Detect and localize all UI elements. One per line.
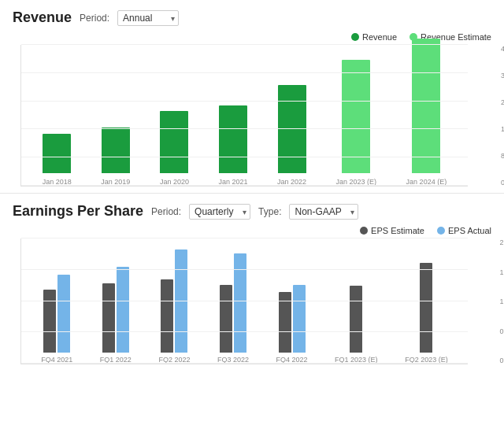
eps-type-label: Type: [258, 206, 281, 217]
revenue-bar-group: Jan 2023 (E) [336, 60, 377, 186]
revenue-y-label: 40B [501, 45, 504, 53]
eps-actual-bar [293, 285, 306, 353]
eps-bar-outer: FQ1 2023 (E) [335, 286, 378, 364]
revenue-bar-group: Jan 2018 [43, 134, 72, 186]
revenue-y-axis: 40B32B24B16B8B0 [501, 45, 504, 187]
eps-y-label: 2.00 [499, 238, 504, 246]
eps-bar-outer: FQ4 2021 [41, 275, 72, 364]
eps-bar-group [43, 275, 70, 353]
eps-actual-bar [117, 267, 129, 353]
revenue-bar [219, 105, 247, 173]
revenue-legend-actual: Revenue [351, 32, 397, 42]
eps-bar-group [350, 286, 362, 353]
revenue-y-label: 16B [501, 125, 504, 133]
revenue-bar [412, 39, 440, 173]
eps-bar-outer: FQ4 2022 [276, 285, 308, 364]
eps-actual-dot [437, 227, 445, 235]
eps-y-label: 1.00 [499, 298, 504, 305]
revenue-bar-group: Jan 2021 [218, 105, 247, 186]
eps-y-axis: 2.001.501.000.500.00 [499, 238, 504, 364]
revenue-title: Revenue [13, 9, 72, 26]
revenue-period-select[interactable]: Annual Quarterly [117, 10, 179, 26]
eps-chart: FQ4 2021FQ1 2022FQ2 2022FQ3 2022FQ4 2022… [20, 238, 468, 364]
eps-legend-estimate-label: EPS Estimate [371, 226, 424, 235]
eps-estimate-dot [360, 227, 368, 235]
eps-bar-outer: FQ1 2022 [100, 267, 132, 364]
eps-bar-group [102, 267, 129, 353]
eps-title: Earnings Per Share [13, 203, 143, 220]
revenue-bar [160, 111, 188, 173]
revenue-chart: Jan 2018Jan 2019Jan 2020Jan 2021Jan 2022… [20, 45, 468, 187]
eps-period-select-wrapper[interactable]: Quarterly Annual [189, 204, 250, 220]
eps-legend: EPS Estimate EPS Actual [13, 226, 491, 235]
revenue-period-select-wrapper[interactable]: Annual Quarterly [117, 10, 179, 26]
eps-type-select[interactable]: Non-GAAP GAAP [289, 204, 358, 220]
eps-header: Earnings Per Share Period: Quarterly Ann… [13, 203, 491, 220]
eps-legend-estimate: EPS Estimate [360, 226, 424, 235]
eps-legend-actual-label: EPS Actual [448, 226, 491, 235]
eps-period-select[interactable]: Quarterly Annual [189, 204, 250, 220]
eps-estimate-bar [220, 285, 232, 353]
revenue-y-label: 0 [501, 179, 504, 187]
eps-estimate-bar [420, 263, 432, 353]
eps-actual-bar [57, 275, 70, 353]
eps-y-label: 0.50 [499, 327, 504, 335]
revenue-y-label: 24B [501, 98, 504, 106]
eps-chart-area: FQ4 2021FQ1 2022FQ2 2022FQ3 2022FQ4 2022… [13, 238, 491, 364]
revenue-bar [102, 128, 130, 173]
eps-estimate-bar [102, 283, 115, 353]
revenue-section: Revenue Period: Annual Quarterly Revenue… [0, 0, 504, 194]
revenue-y-label: 8B [501, 152, 504, 160]
eps-bar-outer: FQ2 2023 (E) [405, 263, 448, 364]
eps-bar-outer: FQ2 2022 [158, 249, 190, 364]
eps-y-label: 0.00 [499, 357, 504, 364]
revenue-chart-area: Jan 2018Jan 2019Jan 2020Jan 2021Jan 2022… [13, 45, 491, 187]
eps-estimate-bar [43, 290, 56, 353]
eps-actual-bar [234, 253, 246, 353]
eps-legend-actual: EPS Actual [437, 226, 491, 235]
revenue-dot [351, 33, 359, 41]
eps-period-label: Period: [151, 206, 181, 217]
revenue-header: Revenue Period: Annual Quarterly [13, 9, 491, 26]
eps-estimate-bar [350, 286, 362, 353]
revenue-period-label: Period: [80, 13, 109, 24]
revenue-bar-group: Jan 2020 [160, 111, 189, 186]
eps-bar-group [420, 263, 432, 353]
eps-bar-group [220, 253, 246, 353]
eps-estimate-bar [279, 292, 291, 353]
revenue-bar [43, 134, 71, 173]
revenue-legend-actual-label: Revenue [362, 32, 397, 42]
eps-estimate-bar [161, 279, 173, 353]
revenue-y-label: 32B [501, 72, 504, 79]
revenue-bar-group: Jan 2024 (E) [406, 39, 447, 186]
eps-y-label: 1.50 [499, 268, 504, 276]
eps-bar-group [279, 285, 306, 353]
eps-type-select-wrapper[interactable]: Non-GAAP GAAP [289, 204, 358, 220]
eps-section: Earnings Per Share Period: Quarterly Ann… [0, 194, 504, 371]
